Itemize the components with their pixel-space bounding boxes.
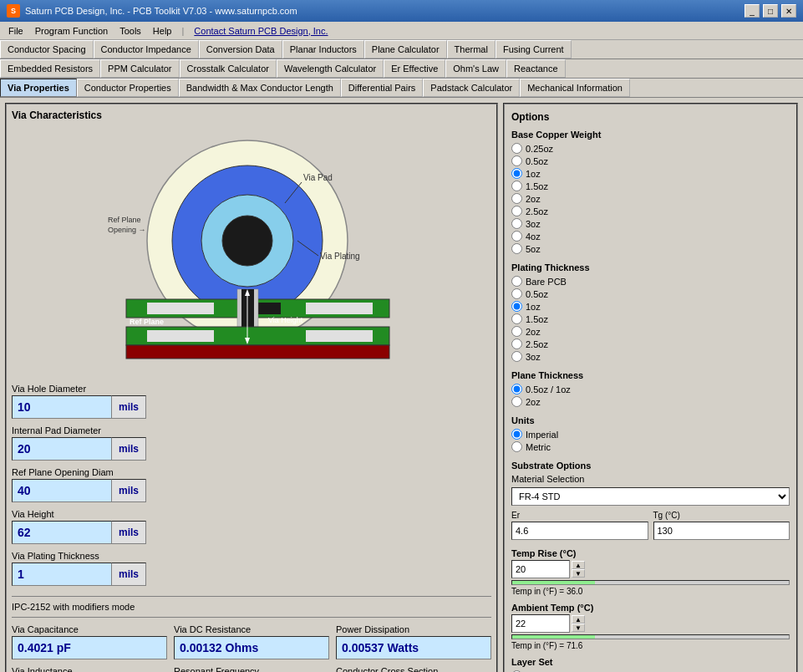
ambient-temp-section: Ambient Temp (°C) ▲ ▼ Temp in (°F) = 71.… (511, 603, 790, 650)
layer-set-label: Layer Set (511, 657, 790, 667)
pt-1oz[interactable]: 1oz (511, 301, 790, 312)
ambient-temp-down[interactable]: ▼ (572, 624, 585, 632)
tab-conversion-data[interactable]: Conversion Data (199, 40, 282, 59)
units-section: Units Imperial Metric (511, 415, 790, 452)
tab-bandwidth-max[interactable]: Bandwidth & Max Conductor Length (179, 79, 341, 97)
bcw-25oz[interactable]: 2.5oz (511, 206, 790, 216)
tab-padstack-calculator[interactable]: Padstack Calculator (423, 79, 520, 97)
plane-thickness-label: Plane Thickness (511, 370, 790, 380)
via-dc-resistance-item: Via DC Resistance 0.00132 Ohms (174, 624, 329, 659)
pt-2oz[interactable]: 2oz (511, 326, 790, 337)
bcw-2oz[interactable]: 2oz (511, 193, 790, 204)
units-imperial[interactable]: Imperial (511, 429, 790, 440)
ref-plane-opening-unit: mils (112, 479, 146, 502)
bcw-025oz[interactable]: 0.25oz (511, 143, 790, 154)
temp-rise-text: Temp in (°F) = 36.0 (511, 587, 790, 596)
internal-pad-diameter-input[interactable] (12, 437, 112, 461)
bcw-15oz[interactable]: 1.5oz (511, 181, 790, 191)
menu-contact[interactable]: Contact Saturn PCB Design, Inc. (189, 24, 333, 38)
ambient-temp-label: Ambient Temp (°C) (511, 603, 790, 613)
internal-pad-diameter-row: Internal Pad Diameter mils (12, 425, 491, 461)
temp-rise-input[interactable] (511, 560, 570, 578)
svg-rect-18 (306, 330, 373, 342)
pt-15oz[interactable]: 1.5oz (511, 313, 790, 324)
temp-rise-spinner[interactable]: ▲ ▼ (572, 561, 585, 578)
fields-left: Via Hole Diameter mils Internal Pad Diam… (12, 384, 491, 593)
via-hole-diameter-input[interactable] (12, 395, 112, 419)
menu-tools[interactable]: Tools (114, 24, 146, 38)
svg-rect-19 (126, 345, 389, 359)
minimize-button[interactable]: _ (745, 4, 760, 18)
via-height-input[interactable] (12, 521, 112, 544)
titlebar-controls[interactable]: _ □ ✕ (745, 4, 796, 18)
titlebar-left: S Saturn PCB Design, Inc. - PCB Toolkit … (7, 4, 297, 18)
menu-file[interactable]: File (3, 24, 28, 38)
fields-container: Via Hole Diameter mils Internal Pad Diam… (12, 384, 491, 593)
toolbar-row-3: Via Properties Conductor Properties Band… (0, 79, 803, 98)
units-metric[interactable]: Metric (511, 441, 790, 452)
via-hole-diameter-label: Via Hole Diameter (12, 384, 491, 394)
tab-plane-calculator[interactable]: Plane Calculator (364, 40, 447, 59)
via-capacitance-label: Via Capacitance (12, 624, 167, 634)
tab-conductor-properties[interactable]: Conductor Properties (77, 79, 179, 97)
via-diagram: Via Pad Ref Plane Opening → Via Plating (101, 128, 402, 379)
pt-25oz[interactable]: 2.5oz (511, 339, 790, 349)
bcw-05oz[interactable]: 0.5oz (511, 155, 790, 166)
plane-2oz[interactable]: 2oz (511, 396, 790, 407)
left-panel: Via Characteristics Via Pad Ref Plane (5, 103, 498, 672)
ambient-temp-input[interactable] (511, 614, 570, 633)
tg-input[interactable] (653, 522, 790, 540)
options-title: Options (511, 111, 790, 123)
substrate-section: Substrate Options Material Selection FR-… (511, 461, 790, 540)
tab-via-properties[interactable]: Via Properties (0, 79, 77, 97)
ambient-temp-text: Temp in (°F) = 71.6 (511, 641, 790, 650)
ipc-text: IPC-2152 with modifiers mode (12, 602, 491, 612)
tab-ohms-law[interactable]: Ohm's Law (445, 59, 506, 78)
tab-ppm-calculator[interactable]: PPM Calculator (100, 59, 179, 78)
maximize-button[interactable]: □ (763, 4, 778, 18)
bcw-1oz[interactable]: 1oz (511, 168, 790, 179)
tab-conductor-spacing[interactable]: Conductor Spacing (0, 40, 94, 59)
plating-thickness-section: Plating Thickness Bare PCB 0.5oz 1oz 1.5… (511, 262, 790, 362)
bcw-5oz[interactable]: 5oz (511, 243, 790, 254)
via-dc-resistance-label: Via DC Resistance (174, 624, 329, 634)
menu-help[interactable]: Help (148, 24, 177, 38)
ambient-temp-up[interactable]: ▲ (572, 615, 585, 624)
er-tg-row: Er Tg (°C) (511, 511, 790, 540)
via-height-row: Via Height mils (12, 509, 491, 544)
menu-separator: | (178, 26, 187, 36)
pt-bare[interactable]: Bare PCB (511, 276, 790, 287)
bcw-3oz[interactable]: 3oz (511, 218, 790, 229)
via-plating-thickness-input[interactable] (12, 563, 112, 586)
tab-wavelength-calculator[interactable]: Wavelength Calculator (277, 59, 384, 78)
close-button[interactable]: ✕ (781, 4, 796, 18)
material-select[interactable]: FR-4 STD FR-4 High Tg Rogers 4003 (511, 487, 790, 506)
tab-thermal[interactable]: Thermal (447, 40, 496, 59)
temp-rise-up[interactable]: ▲ (572, 561, 585, 569)
tg-label: Tg (°C) (653, 511, 790, 520)
power-dissipation-label: Power Dissipation (336, 624, 491, 634)
svg-text:Via Pad: Via Pad (303, 173, 333, 182)
er-input[interactable] (511, 522, 648, 540)
ambient-temp-progress (511, 634, 790, 639)
tab-fusing-current[interactable]: Fusing Current (496, 40, 572, 59)
ambient-temp-spinner[interactable]: ▲ ▼ (572, 615, 585, 632)
plane-thickness-section: Plane Thickness 0.5oz / 1oz 2oz (511, 370, 790, 407)
tab-conductor-impedance[interactable]: Conductor Impedance (94, 40, 199, 59)
pt-05oz[interactable]: 0.5oz (511, 288, 790, 299)
tab-differential-pairs[interactable]: Differential Pairs (341, 79, 424, 97)
tab-embedded-resistors[interactable]: Embedded Resistors (0, 59, 100, 78)
temp-rise-down[interactable]: ▼ (572, 569, 585, 578)
svg-rect-17 (147, 330, 214, 342)
ref-plane-opening-input[interactable] (12, 479, 112, 502)
tab-crosstalk-calculator[interactable]: Crosstalk Calculator (180, 59, 277, 78)
bcw-4oz[interactable]: 4oz (511, 231, 790, 242)
tab-mechanical-information[interactable]: Mechanical Information (520, 79, 630, 97)
tab-er-effective[interactable]: Er Effective (384, 59, 445, 78)
tab-reactance[interactable]: Reactance (506, 59, 566, 78)
tab-planar-inductors[interactable]: Planar Inductors (282, 40, 364, 59)
menu-program-function[interactable]: Program Function (30, 24, 113, 38)
pt-3oz[interactable]: 3oz (511, 351, 790, 362)
plane-05-1oz[interactable]: 0.5oz / 1oz (511, 384, 790, 395)
via-height-group: mils (12, 521, 491, 544)
